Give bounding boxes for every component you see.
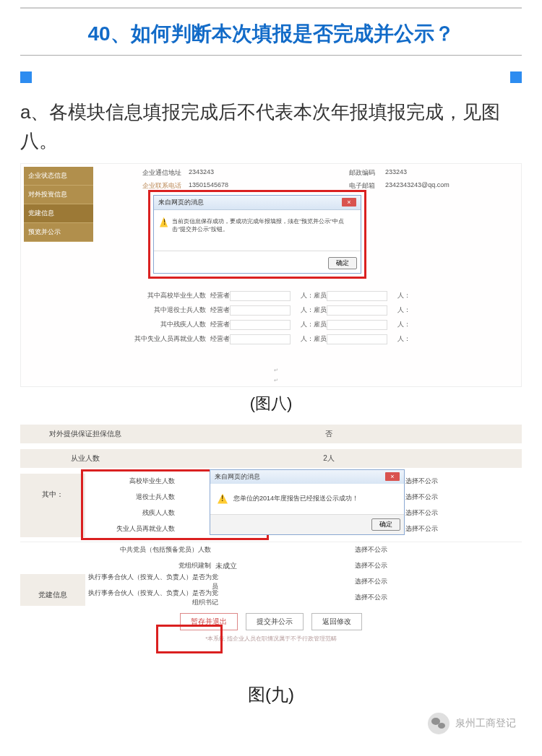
wechat-icon	[428, 713, 449, 734]
paragraph-mark: ↵	[274, 378, 278, 383]
square-icon	[20, 71, 32, 83]
paragraph-a: a、各模块信息填报完成后不代表本次年报填报完成，见图八。	[20, 97, 522, 156]
row-label: 失业人员再就业人数	[85, 524, 179, 534]
input[interactable]	[327, 334, 387, 344]
figure-8: 企业状态信息 对外投资信息 党建信息 预览并公示 企业通信地址 2343243 …	[20, 163, 522, 387]
section-label: 其中：	[20, 474, 85, 537]
row-label: 中共党员（包括预备党员）人数	[85, 545, 215, 555]
row-label: 退役士兵人数	[85, 492, 179, 502]
row-value: 未成立	[215, 561, 338, 571]
back-edit-button[interactable]: 返回修改	[311, 613, 362, 630]
input[interactable]	[327, 305, 387, 316]
square-icon	[510, 71, 522, 83]
row-r2: 人：	[397, 305, 410, 315]
row-label: 党组织建制	[85, 561, 215, 570]
figure-caption: (图八)	[0, 393, 542, 414]
sidebar: 企业状态信息 对外投资信息 党建信息 预览并公示	[24, 167, 93, 242]
row-disclose: 选择不公示	[338, 593, 403, 602]
page-title: 40、如何判断本次填报是否完成并公示？	[20, 20, 522, 48]
divider	[20, 55, 522, 56]
band-value: 否	[143, 429, 515, 439]
section-gap: 中共党员（包括预备党员）人数选择不公示 党组织建制未成立选择不公示	[20, 542, 522, 574]
row-r: 人：雇员	[301, 334, 327, 344]
paragraph-mark: ↵	[274, 368, 278, 373]
field-value: 233243	[385, 168, 407, 175]
row-label: 残疾人人数	[85, 508, 179, 518]
sidebar-item[interactable]: 企业状态信息	[24, 167, 93, 186]
field-value: 13501545678	[189, 181, 228, 188]
submit-publish-button[interactable]: 提交并公示	[246, 613, 304, 630]
row-disclose: 选择不公示	[338, 545, 403, 555]
field-value: 2342343243@qq.com	[385, 181, 449, 188]
warning-icon	[218, 494, 228, 504]
band-label: 从业人数	[27, 453, 143, 464]
form-rows: 其中高校毕业生人数经营者人：雇员人： 其中退役士兵人数经营者人：雇员人： 其中残…	[129, 291, 514, 349]
input[interactable]	[230, 320, 291, 330]
dialog-message: 当前页信息保存成功，要成功完成年报填报，须在"预览并公示"中点击"提交并公示"按…	[172, 217, 355, 246]
row-r: 人：雇员	[301, 320, 327, 329]
dialog-title: 来自网页的消息	[158, 198, 204, 207]
row-disclose: 选择不公示	[338, 577, 403, 586]
close-icon[interactable]: ×	[385, 472, 400, 481]
row-disclose: 选择不公示	[338, 561, 403, 570]
row-r: 人：雇员	[301, 291, 327, 300]
info-band: 从业人数 2人	[20, 449, 522, 468]
row-r2: 人：	[397, 334, 410, 344]
dialog-body: 当前页信息保存成功，要成功完成年报填报，须在"预览并公示"中点击"提交并公示"按…	[154, 210, 361, 251]
figure-caption: 图(九)	[0, 683, 542, 706]
row-r: 人：雇员	[301, 305, 327, 315]
row-r2: 人：	[397, 291, 410, 300]
row-label: 其中残疾人人数	[129, 320, 210, 329]
field-label: 企业通信地址	[142, 168, 181, 178]
decorative-row	[20, 71, 522, 83]
ok-button[interactable]: 确定	[371, 518, 400, 531]
dialog-message: 您单位的2014年度报告已经报送公示成功！	[233, 494, 358, 503]
sidebar-item[interactable]: 对外投资信息	[24, 186, 93, 204]
row-label: 执行事务合伙人（投资人、负责人）是否为党组织书记	[85, 588, 223, 607]
info-band: 对外提供保证担保信息 否	[20, 425, 522, 443]
input[interactable]	[230, 334, 291, 344]
input[interactable]	[230, 305, 291, 316]
ok-button[interactable]: 确定	[328, 257, 357, 269]
highlight-box	[156, 625, 223, 653]
warning-icon	[160, 217, 168, 227]
band-label: 对外提供保证担保信息	[27, 429, 143, 439]
row-mid: 经营者	[210, 305, 230, 315]
dialog-footer: 确定	[154, 251, 361, 273]
section-2: 党建信息 执行事务合伙人（投资人、负责人）是否为党员选择不公示 执行事务合伙人（…	[20, 574, 522, 606]
row-label: 其中高校毕业生人数	[129, 291, 210, 300]
action-buttons: 暂存并退出 提交并公示 返回修改	[20, 613, 522, 630]
row-label: 其中退役士兵人数	[129, 305, 210, 315]
close-icon[interactable]: ×	[342, 198, 356, 207]
wechat-name: 泉州工商登记	[455, 717, 516, 730]
sidebar-item[interactable]: 预览并公示	[24, 223, 93, 242]
success-dialog: 来自网页的消息 × 您单位的2014年度报告已经报送公示成功！ 确定	[210, 469, 405, 535]
row-r2: 人：	[397, 320, 410, 329]
band-value: 2人	[143, 453, 515, 464]
input[interactable]	[327, 320, 387, 330]
dialog-highlight: 来自网页的消息 × 当前页信息保存成功，要成功完成年报填报，须在"预览并公示"中…	[148, 190, 366, 279]
section-label: 党建信息	[20, 574, 85, 606]
sidebar-item[interactable]: 党建信息	[24, 204, 93, 223]
dialog-header: 来自网页的消息 ×	[154, 196, 361, 210]
field-value: 2343243	[189, 168, 214, 175]
dialog-title: 来自网页的消息	[215, 472, 260, 482]
row-mid: 经营者	[210, 334, 230, 344]
row-mid: 经营者	[210, 291, 230, 300]
footnote: *本系统 指企业人员在职情况属于不予行政管理范畴	[20, 635, 522, 643]
wechat-watermark: 泉州工商登记	[428, 713, 516, 734]
row-mid: 经营者	[210, 320, 230, 329]
field-label: 邮政编码	[349, 168, 375, 178]
input[interactable]	[230, 291, 291, 301]
divider	[20, 7, 522, 9]
input[interactable]	[327, 291, 387, 301]
row-label: 其中失业人员再就业人数	[129, 334, 210, 344]
figure-9: 对外提供保证担保信息 否 从业人数 2人 其中： 高校毕业生人数雇工0人选择不公…	[20, 425, 522, 670]
row-label: 高校毕业生人数	[85, 477, 179, 486]
